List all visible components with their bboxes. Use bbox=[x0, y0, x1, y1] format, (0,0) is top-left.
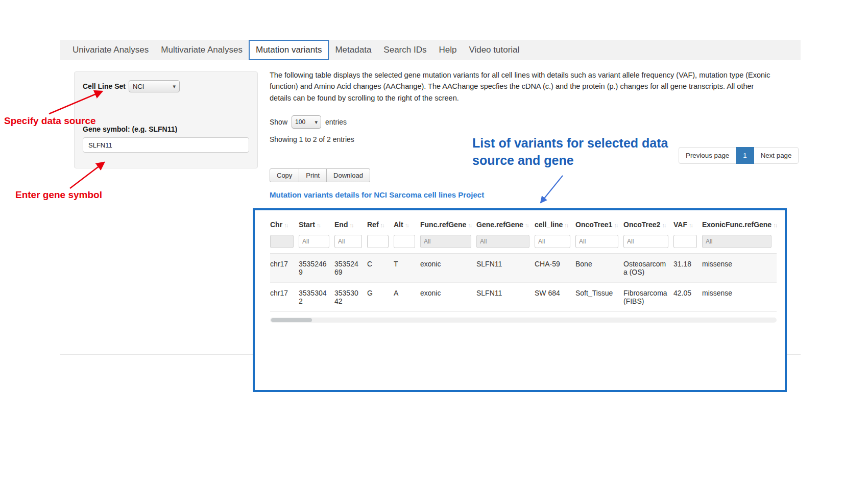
sort-icon: ↑↓ bbox=[284, 222, 287, 228]
show-entries-control: Show 100 ▾ entries bbox=[270, 115, 347, 129]
column-label: VAF bbox=[673, 221, 687, 229]
filter-oncotree2[interactable] bbox=[623, 235, 668, 248]
tab-metadata[interactable]: Metadata bbox=[329, 40, 377, 60]
filter-start[interactable] bbox=[299, 235, 329, 248]
tab-video-tutorial[interactable]: Video tutorial bbox=[463, 40, 525, 60]
header-row: Chr↑↓ Start↑↓ End↑↓ Ref↑↓ Alt↑↓ Func.ref… bbox=[270, 215, 777, 233]
cell-oncotree1: Bone bbox=[575, 254, 623, 283]
column-header-end[interactable]: End↑↓ bbox=[334, 215, 367, 233]
cell-oncotree1: Soft_Tissue bbox=[575, 283, 623, 312]
horizontal-scrollbar[interactable] bbox=[270, 318, 777, 323]
column-label: Ref bbox=[367, 221, 379, 229]
cell-gene-refgene: SLFN11 bbox=[476, 283, 535, 312]
filter-alt[interactable] bbox=[394, 235, 415, 248]
filter-vaf[interactable] bbox=[673, 235, 697, 248]
column-header-ref[interactable]: Ref↑↓ bbox=[367, 215, 394, 233]
column-header-func-refgene[interactable]: Func.refGene↑↓ bbox=[420, 215, 476, 233]
cell-line-set-row: Cell Line Set NCI ▾ bbox=[83, 80, 249, 92]
filter-chr[interactable] bbox=[270, 235, 294, 248]
tab-multivariate-analyses[interactable]: Multivariate Analyses bbox=[155, 40, 249, 60]
filter-gene-refgene[interactable] bbox=[476, 235, 529, 248]
gene-symbol-input[interactable] bbox=[83, 137, 249, 153]
cell-oncotree2: Osteosarcoma (OS) bbox=[623, 254, 673, 283]
sort-icon: ↑↓ bbox=[468, 222, 471, 228]
cell-line-set-select[interactable]: NCI ▾ bbox=[129, 80, 180, 92]
cell-cell-line: SW 684 bbox=[535, 283, 575, 312]
cell-exonicfunc-refgene: missense bbox=[702, 283, 777, 312]
column-header-oncotree2[interactable]: OncoTree2↑↓ bbox=[623, 215, 673, 233]
sort-icon: ↑↓ bbox=[525, 222, 528, 228]
filter-ref[interactable] bbox=[367, 235, 389, 248]
filter-func-refgene[interactable] bbox=[420, 235, 471, 248]
sort-icon: ↑↓ bbox=[773, 222, 777, 228]
filter-cell bbox=[270, 233, 299, 254]
blue-arrow-table bbox=[541, 176, 563, 203]
variants-table-region: Chr↑↓ Start↑↓ End↑↓ Ref↑↓ Alt↑↓ Func.ref… bbox=[253, 208, 787, 392]
cell-alt: T bbox=[394, 254, 420, 283]
column-label: OncoTree2 bbox=[623, 221, 660, 229]
cell-exonicfunc-refgene: missense bbox=[702, 254, 777, 283]
filter-cell-line[interactable] bbox=[535, 235, 570, 248]
table-row: chr17 35353042 35353042 G A exonic SLFN1… bbox=[270, 283, 777, 312]
tab-search-ids[interactable]: Search IDs bbox=[377, 40, 432, 60]
filter-exonicfunc-refgene[interactable] bbox=[702, 235, 771, 248]
page-number-button[interactable]: 1 bbox=[736, 147, 754, 164]
annotation-variants-note-line1: List of variants for selected data bbox=[472, 135, 668, 152]
cell-line-set-value: NCI bbox=[133, 83, 144, 90]
column-label: Func.refGene bbox=[420, 221, 466, 229]
gene-symbol-label: Gene symbol: (e.g. SLFN11) bbox=[83, 125, 249, 133]
column-header-vaf[interactable]: VAF↑↓ bbox=[673, 215, 702, 233]
column-header-gene-refgene[interactable]: Gene.refGene↑↓ bbox=[476, 215, 535, 233]
filter-cell bbox=[476, 233, 535, 254]
filter-cell bbox=[367, 233, 394, 254]
show-label: Show bbox=[270, 118, 287, 126]
cell-gene-refgene: SLFN11 bbox=[476, 254, 535, 283]
filter-oncotree1[interactable] bbox=[575, 235, 618, 248]
print-button[interactable]: Print bbox=[299, 168, 327, 182]
filter-cell bbox=[299, 233, 334, 254]
column-header-start[interactable]: Start↑↓ bbox=[299, 215, 334, 233]
column-header-alt[interactable]: Alt↑↓ bbox=[394, 215, 420, 233]
column-header-exonicfunc-refgene[interactable]: ExonicFunc.refGene↑↓ bbox=[702, 215, 777, 233]
sort-icon: ↑↓ bbox=[380, 222, 384, 228]
cell-cell-line: CHA-59 bbox=[535, 254, 575, 283]
page-length-select[interactable]: 100 ▾ bbox=[292, 115, 321, 129]
scrollbar-thumb[interactable] bbox=[271, 318, 312, 322]
filter-cell bbox=[394, 233, 420, 254]
column-label: Chr bbox=[270, 221, 282, 229]
cell-vaf: 42.05 bbox=[673, 283, 702, 312]
sort-icon: ↑↓ bbox=[662, 222, 665, 228]
annotation-variants-note: List of variants for selected data sourc… bbox=[472, 135, 668, 169]
sort-icon: ↑↓ bbox=[405, 222, 408, 228]
tab-help[interactable]: Help bbox=[432, 40, 463, 60]
download-button[interactable]: Download bbox=[326, 168, 370, 182]
table-row: chr17 35352469 35352469 C T exonic SLFN1… bbox=[270, 254, 777, 283]
column-header-oncotree1[interactable]: OncoTree1↑↓ bbox=[575, 215, 623, 233]
tab-mutation-variants[interactable]: Mutation variants bbox=[249, 40, 329, 60]
previous-page-button[interactable]: Previous page bbox=[679, 147, 736, 164]
sort-icon: ↑↓ bbox=[614, 222, 617, 228]
filter-row bbox=[270, 233, 777, 254]
next-page-button[interactable]: Next page bbox=[754, 147, 799, 164]
column-header-cell-line[interactable]: cell_line↑↓ bbox=[535, 215, 575, 233]
entries-label: entries bbox=[325, 118, 347, 126]
filter-end[interactable] bbox=[334, 235, 362, 248]
navbar: Univariate Analyses Multivariate Analyse… bbox=[60, 40, 801, 60]
copy-button[interactable]: Copy bbox=[270, 168, 299, 182]
tab-univariate-analyses[interactable]: Univariate Analyses bbox=[66, 40, 155, 60]
showing-entries-info: Showing 1 to 2 of 2 entries bbox=[270, 135, 354, 143]
column-header-chr[interactable]: Chr↑↓ bbox=[270, 215, 299, 233]
sort-icon: ↑↓ bbox=[689, 222, 692, 228]
column-label: Start bbox=[299, 221, 315, 229]
column-label: ExonicFunc.refGene bbox=[702, 221, 771, 229]
variants-table: Chr↑↓ Start↑↓ End↑↓ Ref↑↓ Alt↑↓ Func.ref… bbox=[270, 215, 777, 312]
annotation-enter-gene-symbol: Enter gene symbol bbox=[15, 189, 102, 201]
filter-cell bbox=[420, 233, 476, 254]
cell-func-refgene: exonic bbox=[420, 254, 476, 283]
cell-start: 35352469 bbox=[299, 254, 334, 283]
column-label: End bbox=[334, 221, 348, 229]
cell-end: 35353042 bbox=[334, 283, 367, 312]
filter-cell bbox=[673, 233, 702, 254]
filter-cell bbox=[702, 233, 777, 254]
page-length-value: 100 bbox=[295, 118, 305, 126]
